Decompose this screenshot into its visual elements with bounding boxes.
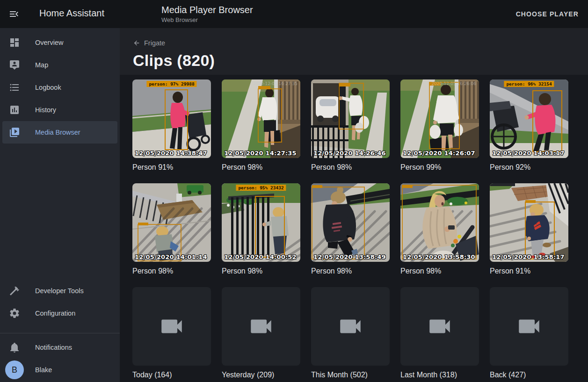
app-title: Home Assistant (39, 8, 104, 19)
clips-area: person: 97% 29988 12/05/2020 14:38:47 Pe… (120, 75, 588, 382)
sidebar-item-developer-tools[interactable]: Developer Tools (0, 280, 120, 302)
folder-card-last-month[interactable]: Last Month (318) (400, 287, 479, 380)
page-title: Clips (820) (133, 51, 215, 70)
clip-card[interactable]: 2020-12-05 16:26:06 12/05/2020 14:26:07 … (400, 79, 479, 172)
sidebar-item-label: Media Browser (35, 129, 80, 136)
video-camera-icon (158, 313, 185, 340)
hammer-icon (9, 285, 20, 296)
sidebar-item-media-browser[interactable]: Media Browser (2, 121, 117, 144)
clip-thumbnail-image (490, 183, 568, 262)
sidebar-item-overview[interactable]: Overview (0, 31, 120, 54)
play-box-multiple-icon (9, 127, 20, 138)
sidebar-item-label: Overview (35, 39, 63, 46)
sidebar-item-notifications[interactable]: Notifications (0, 336, 120, 359)
panel-header: Media Player Browser Web Browser (161, 4, 253, 23)
sidebar-item-label: Configuration (35, 310, 75, 317)
clip-thumbnail-image (311, 183, 390, 262)
sidebar-item-profile[interactable]: B Blake (0, 359, 120, 381)
clip-card[interactable]: 12/05/2020 14:26:46 Person 98% (311, 79, 390, 172)
video-camera-icon (337, 313, 364, 340)
clip-label: Person 98% (222, 162, 300, 172)
detection-tag: person: 97% 29988 (146, 81, 196, 87)
clip-thumbnail-image (132, 79, 211, 158)
folder-card-yesterday[interactable]: Yesterday (209) (222, 287, 300, 380)
timestamp-overlay: 12/05/2020 14:03:17 (492, 150, 565, 157)
gear-icon (9, 308, 20, 319)
clip-label: Person 98% (222, 266, 300, 276)
folder-label: Yesterday (209) (222, 370, 300, 380)
folder-card-this-month[interactable]: This Month (502) (311, 287, 390, 380)
sidebar-item-label: Developer Tools (35, 287, 84, 295)
sidebar-item-configuration[interactable]: Configuration (0, 302, 120, 324)
timestamp-overlay: 12/05/2020 13:58:17 (492, 253, 565, 260)
person-tooltip-icon (9, 59, 20, 71)
clip-label: Person 98% (311, 162, 390, 172)
folder-card-today[interactable]: Today (164) (132, 287, 211, 380)
timestamp-overlay: 12/05/2020 14:26:07 (403, 150, 475, 157)
media-browser-header: Frigate Clips (820) (120, 28, 588, 75)
sidebar-notifications-group: Notifications B Blake (0, 336, 120, 381)
sidebar-item-label: History (35, 106, 56, 114)
app-header: Home Assistant Media Player Browser Web … (0, 0, 588, 28)
clip-thumbnail-image (311, 79, 390, 158)
clips-grid: person: 97% 29988 12/05/2020 14:38:47 Pe… (132, 79, 588, 380)
video-camera-icon (247, 313, 275, 340)
sidebar-item-map[interactable]: Map (0, 54, 120, 76)
avatar: B (5, 360, 24, 379)
timestamp-overlay: 12/05/2020 14:01:14 (135, 253, 207, 260)
clip-thumbnail-image (490, 79, 568, 158)
clip-card[interactable]: 12/05/2020 14:01:14 Person 98% (132, 183, 211, 276)
sidebar-divider (0, 333, 120, 333)
clip-label: Person 92% (490, 162, 568, 172)
sidebar-tools-group: Developer Tools Configuration (0, 280, 120, 324)
sidebar-item-logbook[interactable]: Logbook (0, 76, 120, 99)
sidebar-item-history[interactable]: History (0, 99, 120, 121)
dashboard-icon (9, 37, 20, 48)
faint-timestamp-overlay: 2020-12-05 16:26:06 (431, 81, 476, 86)
menu-open-icon[interactable] (8, 8, 20, 20)
timestamp-overlay: 12/05/2020 14:00:52 (224, 253, 297, 260)
main-content: Frigate Clips (820) (120, 0, 588, 382)
detection-tag: person: 95% 23432 (236, 185, 286, 191)
clip-card[interactable]: person: 97% 29988 12/05/2020 14:38:47 Pe… (132, 79, 211, 172)
clip-thumbnail-image (222, 79, 300, 158)
panel-title: Media Player Browser (161, 4, 253, 15)
folder-label: Back (427) (490, 370, 568, 380)
clip-card[interactable]: 12/05/2020 13:58:49 Person 98% (311, 183, 390, 276)
timestamp-overlay: 12/05/2020 13:58:49 (313, 253, 386, 260)
detection-tag: person: 96% 32154 (504, 81, 554, 87)
user-name: Blake (35, 366, 52, 374)
panel-subtitle: Web Browser (161, 16, 253, 23)
folder-card-back[interactable]: Back (427) (490, 287, 568, 380)
clip-label: Person 99% (400, 162, 479, 172)
choose-player-button[interactable]: CHOOSE PLAYER (516, 10, 579, 18)
arrow-left-icon (133, 39, 140, 47)
timestamp-overlay: 12/05/2020 14:27:35 (224, 150, 297, 157)
breadcrumb-label: Frigate (144, 39, 165, 47)
timestamp-overlay: 12/05/2020 14:26:46 (313, 150, 386, 157)
clip-card[interactable]: 12/05/2020 13:58:17 Person 91% (490, 183, 568, 276)
sidebar: Overview Map Logbook History Media Brows… (0, 28, 120, 382)
clip-label: Person 91% (132, 162, 211, 172)
clip-thumbnail-image (222, 183, 300, 262)
clip-card[interactable]: 2020-12-05 16:27:35 12/05/2020 14:27:35 … (222, 79, 300, 172)
clip-card[interactable]: person: 95% 23432 12/05/2020 14:00:52 Pe… (222, 183, 300, 276)
bulleted-list-icon (9, 82, 20, 93)
video-camera-icon (426, 313, 453, 340)
breadcrumb[interactable]: Frigate (133, 39, 165, 47)
clip-card[interactable]: person: 96% 32154 12/05/2020 14:03:17 Pe… (490, 79, 568, 172)
bar-chart-icon (9, 104, 20, 115)
sidebar-item-label: Map (35, 61, 48, 69)
clip-label: Person 98% (400, 266, 479, 276)
timestamp-overlay: 12/05/2020 14:38:47 (135, 150, 207, 157)
clip-label: Person 98% (311, 266, 390, 276)
timestamp-overlay: 12/05/2020 13:58:30 (403, 253, 475, 260)
folder-label: Today (164) (132, 370, 211, 380)
clip-thumbnail-image (400, 79, 479, 158)
bell-icon (9, 342, 20, 353)
video-camera-icon (515, 313, 543, 340)
clip-thumbnail-image (132, 183, 211, 262)
sidebar-item-label: Logbook (35, 84, 61, 91)
faint-timestamp-overlay: 2020-12-05 16:27:35 (253, 81, 298, 86)
clip-card[interactable]: 12/05/2020 13:58:30 Person 98% (400, 183, 479, 276)
